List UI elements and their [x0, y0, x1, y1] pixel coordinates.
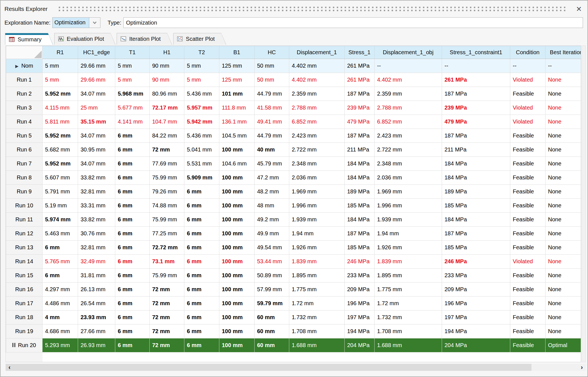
drag-handle[interactable] [59, 7, 567, 11]
tab-scatter-plot[interactable]: Scatter Plot [173, 33, 226, 45]
table-row-run-17[interactable]: Run 174.486 mm26.54 mm6 mm72 mm6 mm100 m… [6, 297, 581, 310]
cell-run-15-hc: 50.89 mm [255, 269, 289, 283]
row-label-run-13[interactable]: Run 13 [6, 241, 43, 255]
table-row-run-20[interactable]: Run 205.293 mm26.93 mm6 mm72 mm6 mm100 m… [6, 338, 581, 352]
row-label-run-18[interactable]: Run 18 [6, 310, 43, 324]
table-row-run-2[interactable]: Run 25.952 mm34.07 mm5.968 mm80.96 mm5.4… [6, 87, 581, 101]
row-label-run-16[interactable]: Run 16 [6, 283, 43, 297]
row-label-run-17[interactable]: Run 17 [6, 297, 43, 310]
tab-label: Evaluation Plot [67, 36, 104, 42]
column-header-hc[interactable]: HC [255, 46, 289, 59]
column-header-t2[interactable]: T2 [184, 46, 219, 59]
tab-evaluation-plot[interactable]: Evaluation Plot [54, 33, 116, 45]
column-header-displacement-1-obj[interactable]: Displacement_1_obj [375, 46, 442, 59]
table-row-run-1[interactable]: Run 15 mm29.66 mm5 mm90 mm5 mm125 mm50 m… [6, 73, 581, 87]
table-row-run-13[interactable]: Run 136 mm32.81 mm6 mm72.72 mm6 mm100 mm… [6, 241, 581, 255]
cell-run-18-displacement-1: 1.732 mm [289, 310, 345, 324]
cell-run-6-hc1-edge: 30.95 mm [78, 143, 115, 157]
cell-nom-t2: 5 mm [184, 59, 219, 73]
tab-iteration-plot[interactable]: Iteration Plot [117, 33, 172, 45]
vertical-scrollbar-track[interactable] [582, 46, 586, 362]
row-label-run-8[interactable]: Run 8 [6, 171, 43, 185]
row-label-nom[interactable]: ▶Nom [6, 59, 43, 73]
cell-run-4-hc1-edge: 35.15 mm [78, 115, 115, 129]
table-area: R1HC1_edgeT1H1T2B1HCDisplacement_1Stress… [6, 46, 586, 375]
table-row-run-10[interactable]: Run 105.19 mm33.31 mm6 mm74.88 mm6 mm100… [6, 199, 581, 213]
row-label-run-15[interactable]: Run 15 [6, 269, 43, 283]
table-row-run-19[interactable]: Run 194.686 mm27.66 mm6 mm72 mm6 mm100 m… [6, 324, 581, 338]
play-icon[interactable]: ▶ [15, 64, 19, 68]
table-row-run-14[interactable]: Run 145.765 mm32.49 mm6 mm73.1 mm6 mm100… [6, 255, 581, 269]
horizontal-scrollbar-thumb[interactable] [13, 364, 531, 371]
row-label-run-20[interactable]: Run 20 [6, 338, 43, 352]
cell-run-11-displacement-1-obj: 1.939 mm [375, 213, 442, 227]
row-label-run-9[interactable]: Run 9 [6, 185, 43, 199]
column-header-h1[interactable]: H1 [150, 46, 184, 59]
table-row-run-5[interactable]: Run 55.952 mm34.07 mm6 mm84.22 mm5.436 m… [6, 129, 581, 143]
cell-run-17-t1: 6 mm [115, 297, 150, 310]
table-row-run-16[interactable]: Run 164.297 mm26.13 mm6 mm72 mm6 mm100 m… [6, 283, 581, 297]
table-row-run-4[interactable]: Run 45.811 mm35.15 mm4.141 mm104.7 mm5.9… [6, 115, 581, 129]
tab-bar: SummaryEvaluation PlotIteration PlotScat… [5, 33, 227, 45]
horizontal-scrollbar[interactable]: ‹ › [6, 364, 586, 371]
row-label-run-3[interactable]: Run 3 [6, 101, 43, 115]
table-row-run-9[interactable]: Run 95.791 mm32.81 mm6 mm79.26 mm6 mm100… [6, 185, 581, 199]
column-header-condition[interactable]: Condition [510, 46, 545, 59]
table-row-run-11[interactable]: Run 115.974 mm33.82 mm6 mm75.99 mm6 mm10… [6, 213, 581, 227]
column-header-t1[interactable]: T1 [115, 46, 150, 59]
type-input[interactable] [123, 17, 583, 28]
cell-run-14-condition: Violated [510, 255, 545, 269]
cell-run-14-hc: 53.44 mm [255, 255, 289, 269]
table-row-run-15[interactable]: Run 156 mm31.81 mm6 mm75.99 mm6 mm100 mm… [6, 269, 581, 283]
cell-run-13-displacement-1-obj: 1.926 mm [375, 241, 442, 255]
row-label-text: Run 14 [15, 258, 33, 264]
row-label-run-14[interactable]: Run 14 [6, 255, 43, 269]
exploration-name-combobox[interactable]: Optimization [52, 17, 100, 28]
cell-run-7-displacement-1: 2.348 mm [289, 157, 345, 171]
cell-run-14-best-iteration: None [545, 255, 581, 269]
row-label-run-2[interactable]: Run 2 [6, 87, 43, 101]
column-header-stress-1[interactable]: Stress_1 [345, 46, 375, 59]
row-label-text: Run 5 [17, 132, 32, 139]
row-label-run-4[interactable]: Run 4 [6, 115, 43, 129]
row-label-run-12[interactable]: Run 12 [6, 227, 43, 241]
table-row-run-6[interactable]: Run 65.682 mm30.95 mm6 mm72 mm5.041 mm10… [6, 143, 581, 157]
table-row-run-3[interactable]: Run 34.115 mm25 mm5.677 mm72.17 mm5.957 … [6, 101, 581, 115]
table-row-run-7[interactable]: Run 75.952 mm34.07 mm6 mm77.69 mm5.531 m… [6, 157, 581, 171]
column-header-stress-1-constraint1[interactable]: Stress_1_constraint1 [442, 46, 510, 59]
cell-run-16-stress-1-constraint1: 209 MPa [442, 283, 510, 297]
row-label-run-6[interactable]: Run 6 [6, 143, 43, 157]
row-label-run-11[interactable]: Run 11 [6, 213, 43, 227]
table-row-run-12[interactable]: Run 125.463 mm30.76 mm6 mm77.25 mm6 mm10… [6, 227, 581, 241]
close-icon[interactable]: ✕ [574, 5, 584, 13]
scroll-right-arrow-icon[interactable]: › [578, 364, 586, 371]
cell-run-14-stress-1: 246 MPa [345, 255, 375, 269]
column-header-best-iteration[interactable]: Best Iteration [545, 46, 581, 59]
column-header-hc1-edge[interactable]: HC1_edge [78, 46, 115, 59]
column-header-displacement-1[interactable]: Displacement_1 [289, 46, 345, 59]
cell-run-20-r1: 5.293 mm [43, 338, 78, 352]
select-all-corner[interactable] [6, 46, 43, 59]
scroll-left-arrow-icon[interactable]: ‹ [6, 364, 13, 371]
cell-run-19-stress-1-constraint1: 194 MPa [442, 324, 510, 338]
row-label-run-19[interactable]: Run 19 [6, 324, 43, 338]
row-label-run-5[interactable]: Run 5 [6, 129, 43, 143]
exploration-name-dropdown-button[interactable] [89, 18, 100, 28]
cell-run-4-condition: Violated [510, 115, 545, 129]
row-label-run-7[interactable]: Run 7 [6, 157, 43, 171]
cell-run-15-b1: 100 mm [219, 269, 255, 283]
cell-run-6-displacement-1-obj: 2.722 mm [375, 143, 442, 157]
table-row-nom[interactable]: ▶Nom5 mm29.66 mm5 mm90 mm5 mm125 mm50 mm… [6, 59, 581, 73]
table-row-run-8[interactable]: Run 85.607 mm33.82 mm6 mm75.99 mm5.909 m… [6, 171, 581, 185]
cell-run-17-r1: 4.486 mm [43, 297, 78, 310]
column-header-r1[interactable]: R1 [43, 46, 78, 59]
tab-summary[interactable]: Summary [5, 33, 53, 45]
column-header-b1[interactable]: B1 [219, 46, 255, 59]
row-label-run-1[interactable]: Run 1 [6, 73, 43, 87]
row-label-run-10[interactable]: Run 10 [6, 199, 43, 213]
table-row-run-18[interactable]: Run 184 mm23.93 mm6 mm72 mm6 mm100 mm60 … [6, 310, 581, 324]
cell-run-2-best-iteration: None [545, 87, 581, 101]
pause-icon[interactable] [12, 343, 13, 347]
cell-run-12-stress-1-constraint1: 187 MPa [442, 227, 510, 241]
row-label-text: Run 17 [15, 300, 33, 306]
